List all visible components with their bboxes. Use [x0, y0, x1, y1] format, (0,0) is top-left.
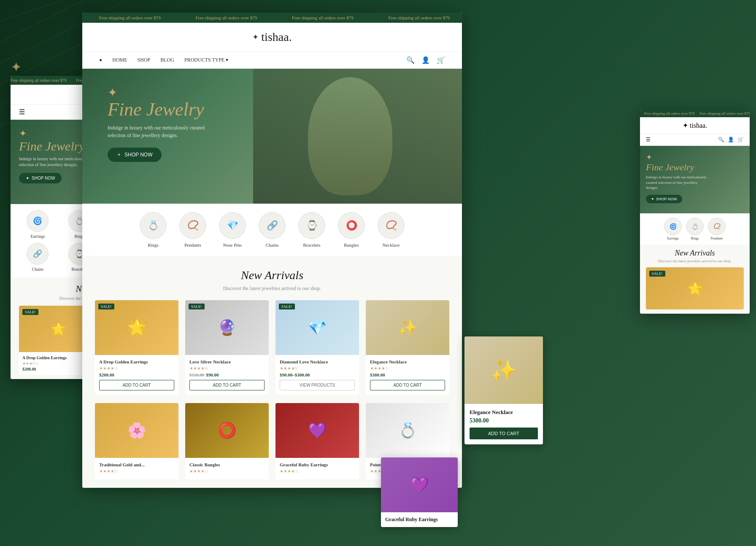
nav-products-type[interactable]: PRODUCTS TYPE ▾: [184, 57, 228, 63]
view-products-btn[interactable]: VIEW PRODUCTS: [280, 380, 355, 390]
left-cat-chains[interactable]: 🔗 Chains: [19, 243, 57, 272]
section-title: New Arrivals: [95, 269, 449, 282]
product-grid-row1: SALE! 🌟 A Drop Golden Earrings ★★★★☆ $20…: [95, 300, 449, 395]
category-nose-pins[interactable]: 💎 Nose Pins: [219, 212, 246, 247]
elegance-card-info: Elegance Necklace 5300.00 ADD TO CART: [464, 404, 543, 444]
nav-home[interactable]: HOME: [112, 57, 127, 63]
right-shop-now-btn[interactable]: ✦ SHOP NOW: [646, 195, 682, 203]
rings-icon: 💍: [140, 212, 167, 239]
pendants-icon: 📿: [179, 212, 206, 239]
right-nav: ☰ 🔍 👤 🛒: [640, 134, 750, 146]
account-icon[interactable]: 👤: [421, 56, 430, 64]
right-cart-icon[interactable]: 🛒: [737, 137, 744, 143]
right-cat-rings[interactable]: 💍 Rings: [686, 218, 704, 240]
product-card-ruby[interactable]: 💜 Graceful Ruby Earrings ★★★★☆: [275, 403, 359, 479]
hamburger-icon[interactable]: ☰: [19, 108, 25, 116]
product-name-6: Classic Bangles: [189, 462, 265, 467]
search-icon[interactable]: 🔍: [406, 56, 415, 64]
svg-line-2: [0, 0, 84, 42]
ruby-card-info: Graceful Ruby Earrings: [381, 512, 458, 527]
product-info-6: Classic Bangles ★★★★☆: [185, 458, 269, 479]
nav-blog[interactable]: BLOG: [160, 57, 174, 63]
product-img-diamond-necklace: SALE! 💎: [275, 300, 359, 355]
right-hero-title: Fine Jewelry: [646, 162, 709, 173]
right-logo: ✦ tishaa.: [683, 121, 707, 129]
product-stars: ★★★★☆: [99, 366, 174, 371]
categories-row: 💍 Rings 📿 Pendants 💎 Nose Pins 🔗 Chains …: [82, 204, 462, 256]
logo: ✦ tishaa.: [252, 30, 292, 44]
category-chains[interactable]: 🔗 Chains: [259, 212, 286, 247]
product-card-elegance[interactable]: ✨ Elegance Necklace ★★★★☆ $300.00 ADD TO…: [366, 300, 449, 395]
elegance-add-to-cart-btn[interactable]: ADD TO CART: [470, 428, 538, 439]
section-subtitle: Discover the latest jewelries arrived to…: [95, 285, 449, 292]
logo-diamond: ✦: [252, 32, 259, 42]
category-bracelets[interactable]: ⌚ Bracelets: [298, 212, 325, 247]
necklace-icon: 📿: [378, 212, 405, 239]
main-nav: ● HOME SHOP BLOG PRODUCTS TYPE ▾ 🔍 👤 🛒: [82, 52, 462, 69]
add-to-cart-btn-4[interactable]: ADD TO CART: [370, 380, 445, 390]
left-cat-earrings[interactable]: 🌀 Earrings: [19, 210, 57, 239]
right-cat-earrings[interactable]: 🌀 Earrings: [664, 218, 682, 240]
right-logo-text: tishaa.: [690, 122, 707, 129]
ruby-card-img: 💜: [381, 457, 458, 512]
product-card-classic-bangles[interactable]: ⭕ Classic Bangles ★★★★☆: [185, 403, 269, 479]
elegance-popup-card: ✨ Elegance Necklace 5300.00 ADD TO CART: [464, 336, 543, 444]
product-name-3: Diamond Love Necklace: [280, 359, 355, 364]
product-name-2: Love Silver Necklace: [189, 359, 265, 364]
add-to-cart-btn[interactable]: ADD TO CART: [99, 380, 174, 390]
right-product-card[interactable]: SALE! 🌟: [646, 267, 744, 309]
right-search-icon[interactable]: 🔍: [718, 137, 724, 143]
right-section-title: New Arrivals: [646, 249, 744, 258]
right-sale-badge: SALE!: [649, 271, 665, 277]
product-img-ruby: 💜: [275, 403, 359, 458]
main-header: ✦ tishaa.: [82, 23, 462, 52]
product-name-7: Graceful Ruby Earrings: [280, 462, 355, 467]
product-info: A Drop Golden Earrings ★★★★☆ $200.00 ADD…: [95, 355, 178, 395]
hero-shop-now-btn[interactable]: ✦ SHOP NOW: [108, 148, 162, 162]
product-stars-5: ★★★★☆: [99, 469, 174, 473]
right-hamburger-icon[interactable]: ☰: [646, 137, 651, 143]
svg-line-4: [0, 0, 63, 21]
main-window: Free shipping all orders over $79 Free s…: [82, 13, 462, 488]
ruby-card-name: Graceful Ruby Earrings: [385, 516, 454, 523]
right-section-sub: Discover the latest jewelries arrived to…: [646, 259, 744, 263]
hero-subtitle: Indulge in luxury with our meticulously …: [108, 124, 217, 139]
right-cat-pendants[interactable]: 📿 Pendants: [708, 218, 726, 240]
product-info-4: Elegance Necklace ★★★★☆ $300.00 ADD TO C…: [366, 355, 449, 395]
elegance-card-name: Elegance Necklace: [470, 409, 538, 416]
ruby-earrings-card: 💜 Graceful Ruby Earrings: [381, 457, 458, 527]
right-hero-text: Indulge in luxury with our meticulously …: [646, 175, 709, 191]
right-window: Free shipping all orders over $79 Free s…: [640, 110, 750, 314]
sale-badge-3: SALE!: [279, 304, 295, 309]
left-shop-now-btn[interactable]: ✦ SHOP NOW: [19, 173, 62, 183]
product-img-diamond-ring: 💍: [366, 403, 449, 458]
right-sparkle: ✦: [646, 153, 709, 162]
category-bangles[interactable]: ⭕ Bangles: [338, 212, 365, 247]
product-card-golden-earrings[interactable]: SALE! 🌟 A Drop Golden Earrings ★★★★☆ $20…: [95, 300, 178, 395]
right-hero: ✦ Fine Jewelry Indulge in luxury with ou…: [640, 146, 750, 213]
nav-shop[interactable]: SHOP: [138, 57, 151, 63]
product-card-silver-necklace[interactable]: SALE! 🔮 Love Silver Necklace ★★★★½ $110.…: [185, 300, 269, 395]
bracelets-icon: ⌚: [298, 212, 325, 239]
category-pendants[interactable]: 📿 Pendants: [179, 212, 206, 247]
right-arrivals: New Arrivals Discover the latest jewelri…: [640, 245, 750, 314]
left-arrow-icon: ✦: [26, 176, 29, 180]
product-card-diamond-necklace[interactable]: SALE! 💎 Diamond Love Necklace ★★★★½ $90.…: [275, 300, 359, 395]
right-rings-icon: 💍: [686, 218, 704, 235]
add-to-cart-btn-2[interactable]: ADD TO CART: [189, 380, 265, 390]
left-chains-icon: 🔗: [27, 243, 49, 265]
product-price-3: $90.00–$300.00: [280, 372, 355, 377]
cart-icon[interactable]: 🛒: [437, 56, 445, 64]
category-rings[interactable]: 💍 Rings: [140, 212, 167, 247]
product-stars-6: ★★★★☆: [189, 469, 265, 473]
sale-badge-2: SALE!: [189, 304, 205, 309]
left-earrings-icon: 🌀: [27, 210, 49, 232]
right-arrow-icon: ✦: [651, 197, 654, 201]
product-info-7: Graceful Ruby Earrings ★★★★☆: [275, 458, 359, 479]
product-stars-7: ★★★★☆: [280, 469, 355, 473]
category-necklace[interactable]: 📿 Necklace: [378, 212, 405, 247]
right-account-icon[interactable]: 👤: [728, 137, 734, 143]
product-card-trad-gold[interactable]: 🌸 Traditional Gold and... ★★★★☆: [95, 403, 178, 479]
product-name-4: Elegance Necklace: [370, 359, 445, 364]
new-arrivals-section: New Arrivals Discover the latest jewelri…: [82, 256, 462, 403]
